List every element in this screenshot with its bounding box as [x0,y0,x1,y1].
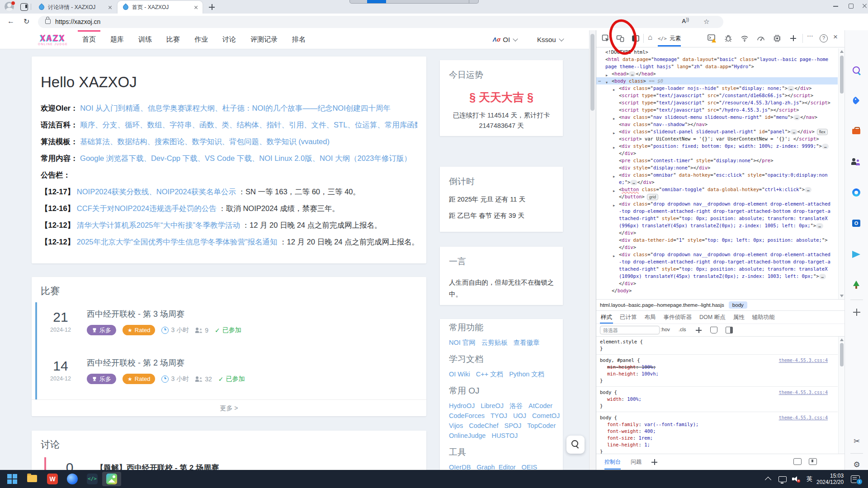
nav-item[interactable]: 评测记录 [243,30,285,49]
nav-item[interactable]: 排名 [285,30,313,49]
action-center-icon[interactable]: 1 [851,470,860,488]
css-rule[interactable]: body, #panel {theme-4.55.3.css:4min-heig… [596,355,838,387]
outlook-icon[interactable]: O [851,218,862,229]
announcement-link[interactable]: 清华大学计算机系2025年“大中衔接”冬季教学活动 [77,221,240,229]
css-property[interactable]: font-family: var(--font-family); [600,421,838,428]
contest-title[interactable]: 西中经开联校 - 第 3 场周赛 [87,309,184,319]
quick-link[interactable]: LibreOJ [481,401,504,411]
dom-tree-line[interactable]: -top drop-element-attached-right drop-ta… [596,207,838,215]
paper-plane-icon[interactable] [851,249,862,260]
devtools-pane-tab[interactable]: 事件侦听器 [664,314,692,321]
dom-tree-line[interactable]: ▶<button class="omnibar-toggle" data-glo… [596,186,838,193]
css-property[interactable]: font-size: 1rem; [600,435,838,441]
devtools-tab-elements[interactable]: </> 元素 [658,30,681,47]
quick-link[interactable]: CodeChef [469,421,498,431]
announcement-link[interactable]: 字符串 [170,121,192,129]
quick-link[interactable]: AtCoder [528,401,552,411]
layout-badge[interactable]: flex [817,129,828,135]
volume-muted-icon[interactable]: ✕ [792,470,798,488]
file-explorer-icon[interactable] [27,474,38,484]
browser-icon[interactable] [67,474,78,484]
announcement-link[interactable]: 搜索图论 [155,137,184,145]
read-aloud-icon[interactable]: A)) [682,18,689,24]
announcement-link[interactable]: 分支 [103,121,118,129]
css-source-link[interactable]: theme-4.55.3.css:4 [779,414,828,421]
dock-drawer-icon[interactable] [809,458,817,465]
domain-select[interactable]: Λσ OI [493,30,517,49]
announcement-link[interactable]: 文件 [311,121,326,129]
user-menu[interactable]: Kssou [537,30,563,49]
contests-more-link[interactable]: 更多 > [32,399,426,416]
css-rule[interactable]: body {theme-4.55.3.css:4width: 100%;} [596,387,838,412]
dom-tree-line[interactable]: ttached-right" style="top: 0px; position… [596,265,838,272]
nav-item[interactable]: 作业 [187,30,215,49]
hov-toggle[interactable]: :hov [660,327,670,332]
discussion-title[interactable]: 【题解】西中经开联校 - 第 2 场周赛 [96,463,219,470]
dom-tree-line[interactable]: ▶<head>…</head> [596,70,838,77]
search-fab-button[interactable] [566,436,585,454]
announcement-link[interactable]: Google 浏览器下载 [80,154,143,162]
announcement-link[interactable]: 指针 [267,121,282,129]
dom-tree-line[interactable]: ▶<nav class="nav slideout-menu slideout-… [596,113,838,121]
devtools-help-icon[interactable]: ? [820,34,828,42]
announcement-link[interactable]: NOIP2024获奖分数线 [77,188,149,196]
quick-link[interactable]: Graph_Editor [476,462,515,470]
active-app-button[interactable] [102,472,121,486]
debugger-bug-icon[interactable] [724,34,732,42]
tab-homepage[interactable]: 首页 - XAZXOJ [118,1,203,14]
announcement-link[interactable]: 杜子德：NOI的几个故事——纪念NOI创建四十周年 [222,104,391,112]
dom-tree-line[interactable]: ▶<div style="position: fixed; bottom: 0p… [596,142,838,150]
console-tab[interactable]: 控制台 [604,458,621,466]
dom-tree-line[interactable]: <script type="text/javascript" src="/hyd… [596,106,838,113]
announcement-link[interactable]: 基础算法 [80,137,110,145]
dom-tree-line[interactable]: ▶<div class="drop dropdown nav__dropdown… [596,200,838,207]
quick-link[interactable]: UOJ [513,411,526,421]
announcement-link[interactable]: 数学知识 [192,137,222,145]
contest-title[interactable]: 西中经开联校 - 第 2 场周赛 [87,357,184,368]
start-button[interactable] [7,474,18,485]
announcement-link[interactable]: 引用 [289,121,304,129]
shopping-tag-icon[interactable] [851,96,862,107]
rendering-brush-icon[interactable] [710,327,717,333]
announcement-link[interactable]: 数据结构 [118,137,147,145]
cls-toggle[interactable]: .cls [679,327,686,332]
css-source-link[interactable]: theme-4.55.3.css:4 [779,389,828,396]
css-rule[interactable]: element.style {} [596,336,838,355]
css-source-link[interactable]: theme-4.55.3.css:4 [779,357,828,364]
announcement-link[interactable]: 结构体 [237,121,259,129]
devtools-pane-tab[interactable]: 样式 [601,314,612,321]
css-property[interactable]: font-weight: 400; [600,428,838,435]
favorite-star-icon[interactable]: ☆ [703,18,709,26]
window-close-button[interactable] [862,3,868,9]
quick-link[interactable]: TYOJ [491,411,507,421]
dom-tree-line[interactable]: ⋯▼<body class> == $0 [596,77,838,84]
window-maximize-button[interactable] [848,3,854,9]
window-minimize-button[interactable] [833,3,839,9]
quick-link[interactable]: CometOJ [532,411,560,421]
announcement-link[interactable]: NOI 从入门到精通 [80,104,140,112]
new-tab-button[interactable] [209,4,215,10]
dom-tree-line[interactable]: <div style="display:none"></div> [596,164,838,171]
layout-badge[interactable]: grid [647,194,658,200]
ime-language[interactable]: 英 [807,470,812,488]
announcement-link[interactable]: NOIP2024获奖名单公示 [156,188,236,196]
devtools-pane-tab[interactable]: 布局 [645,314,656,321]
dom-tree-line[interactable]: </button>grid [596,193,838,200]
tree-plant-icon[interactable] [851,280,862,291]
network-icon[interactable] [778,470,787,488]
nav-item[interactable]: 首页 [75,30,103,49]
tab-close-icon[interactable] [194,5,198,9]
quick-link[interactable]: HUSTOJ [491,431,518,441]
nav-item[interactable]: 讨论 [215,30,243,49]
dom-tree-line[interactable]: </div> [596,244,838,251]
quick-link[interactable]: OI Wiki [449,369,470,379]
quick-link[interactable]: 查看徽章 [514,338,540,347]
dom-tree-line[interactable]: </body> [596,287,838,294]
quick-link[interactable]: C++ 文档 [476,369,503,379]
history-icon[interactable] [793,458,802,465]
dom-tree-line[interactable]: ▶<div class="slideout-panel slideout-pan… [596,128,838,135]
people-icon[interactable] [851,157,862,168]
contest-row[interactable]: 14 2024-12 西中经开联校 - 第 2 场周赛 乐多 ★ [37,351,426,400]
quick-link[interactable]: OIerDB [449,462,471,470]
microsoft365-icon[interactable] [851,188,862,198]
